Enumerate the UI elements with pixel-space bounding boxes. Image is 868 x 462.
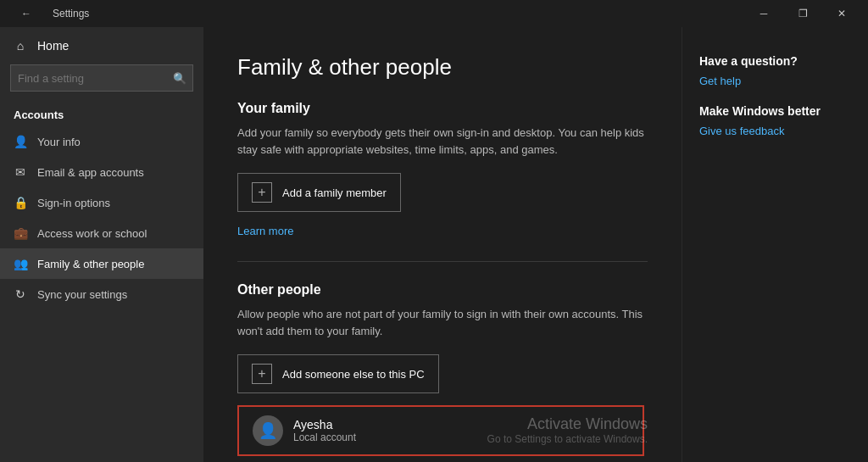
get-help-link[interactable]: Get help	[699, 75, 851, 87]
sidebar-item-email-app-accounts[interactable]: ✉ Email & app accounts	[0, 157, 203, 187]
sidebar-item-label: Your info	[37, 136, 81, 148]
your-info-icon: 👤	[14, 135, 27, 148]
plus-icon: +	[252, 364, 272, 384]
title-bar-title: Settings	[53, 8, 89, 19]
restore-button[interactable]: ❐	[783, 0, 822, 27]
sidebar-item-label: Family & other people	[37, 258, 144, 270]
avatar: 👤	[253, 415, 283, 446]
page-title: Family & other people	[237, 54, 648, 81]
add-family-member-button[interactable]: + Add a family member	[237, 173, 401, 212]
sidebar-item-sign-in-options[interactable]: 🔒 Sign-in options	[0, 187, 203, 218]
your-family-desc: Add your family so everybody gets their …	[237, 125, 648, 158]
improve-title: Make Windows better	[699, 104, 851, 118]
search-input[interactable]	[11, 72, 167, 85]
user-name: Ayesha	[293, 418, 356, 431]
give-feedback-link[interactable]: Give us feedback	[699, 125, 851, 137]
sync-icon: ↻	[14, 287, 27, 301]
other-people-title: Other people	[237, 282, 648, 298]
sidebar: ⌂ Home 🔍 Accounts 👤 Your info ✉ Email & …	[0, 27, 203, 462]
activate-windows-watermark: Activate Windows Go to Settings to activ…	[487, 415, 648, 445]
search-icon[interactable]: 🔍	[167, 64, 192, 92]
email-icon: ✉	[14, 165, 27, 179]
back-button[interactable]: ←	[7, 0, 46, 27]
home-icon: ⌂	[14, 39, 27, 53]
user-info: Ayesha Local account	[293, 418, 356, 443]
your-family-section: Your family Add your family so everybody…	[237, 101, 648, 261]
sidebar-home-label: Home	[37, 39, 69, 53]
sidebar-item-label: Sync your settings	[37, 288, 127, 301]
sign-in-icon: 🔒	[14, 196, 27, 209]
family-icon: 👥	[14, 257, 27, 270]
window-controls: ─ ❐ ✕	[744, 0, 861, 27]
right-panel: Have a question? Get help Make Windows b…	[682, 27, 868, 462]
learn-more-link[interactable]: Learn more	[237, 225, 293, 237]
minimize-button[interactable]: ─	[744, 0, 783, 27]
add-family-member-label: Add a family member	[282, 186, 387, 199]
your-family-title: Your family	[237, 101, 648, 116]
sidebar-item-label: Email & app accounts	[37, 166, 144, 179]
sidebar-item-home[interactable]: ⌂ Home	[0, 27, 203, 64]
activate-windows-desc: Go to Settings to activate Windows.	[487, 433, 648, 445]
main-layout: ⌂ Home 🔍 Accounts 👤 Your info ✉ Email & …	[0, 27, 868, 462]
add-someone-else-button[interactable]: + Add someone else to this PC	[237, 354, 439, 393]
work-icon: 💼	[14, 226, 27, 240]
sidebar-item-access-work-school[interactable]: 💼 Access work or school	[0, 218, 203, 248]
user-type: Local account	[293, 431, 356, 443]
search-box[interactable]: 🔍	[10, 64, 193, 92]
content-area: Family & other people Your family Add yo…	[203, 27, 682, 462]
sidebar-item-label: Access work or school	[37, 227, 147, 240]
close-button[interactable]: ✕	[822, 0, 861, 27]
sidebar-section-accounts: Accounts	[0, 102, 203, 126]
sidebar-item-sync-settings[interactable]: ↻ Sync your settings	[0, 279, 203, 309]
sidebar-item-label: Sign-in options	[37, 197, 110, 209]
help-title: Have a question?	[699, 54, 851, 68]
add-someone-else-label: Add someone else to this PC	[282, 368, 425, 381]
other-people-desc: Allow people who are not part of your fa…	[237, 306, 648, 339]
activate-windows-title: Activate Windows	[487, 415, 648, 433]
sidebar-item-your-info[interactable]: 👤 Your info	[0, 126, 203, 157]
title-bar: ← Settings ─ ❐ ✕	[0, 0, 868, 27]
plus-icon: +	[252, 182, 272, 203]
section-divider	[237, 261, 648, 262]
sidebar-item-family-other-people[interactable]: 👥 Family & other people	[0, 248, 203, 279]
